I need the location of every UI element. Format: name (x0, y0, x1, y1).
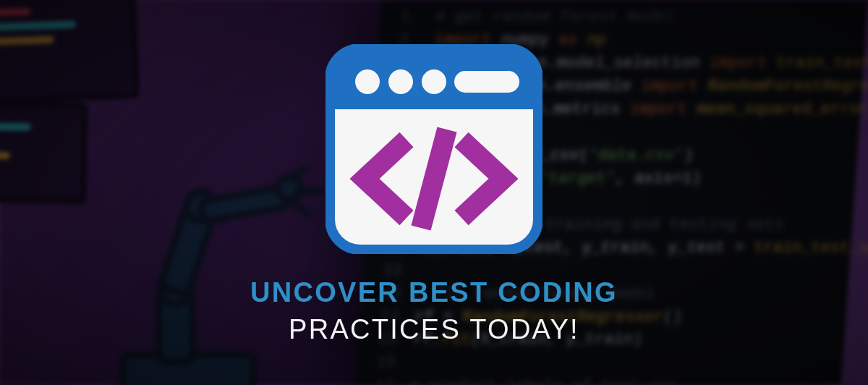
svg-point-10 (422, 69, 446, 94)
headline-line-1: UNCOVER BEST CODING (250, 274, 618, 311)
svg-point-9 (388, 69, 413, 94)
foreground: UNCOVER BEST CODING PRACTICES TODAY! (0, 0, 868, 385)
svg-point-8 (355, 69, 380, 94)
headline-line-2: PRACTICES TODAY! (250, 311, 618, 348)
svg-rect-11 (454, 71, 519, 93)
headline: UNCOVER BEST CODING PRACTICES TODAY! (250, 274, 618, 349)
code-window-icon (326, 44, 542, 254)
